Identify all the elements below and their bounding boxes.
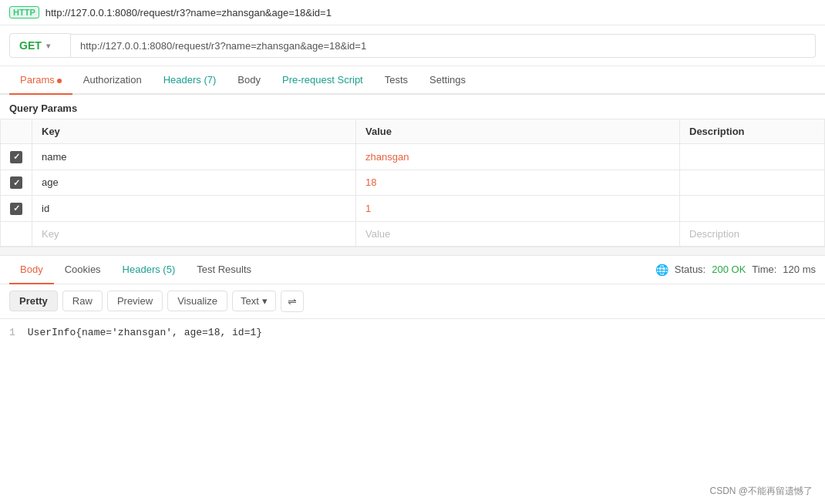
placeholder-checkbox-cell xyxy=(1,221,32,246)
method-chevron-icon: ▾ xyxy=(46,42,50,50)
row2-checkbox[interactable] xyxy=(10,176,22,189)
format-select-chevron-icon: ▾ xyxy=(262,295,268,307)
code-output: UserInfo{name='zhansgan', age=18, id=1} xyxy=(28,327,262,338)
status-area: 🌐 Status: 200 OK Time: 120 ms xyxy=(655,264,816,276)
line-number: 1 xyxy=(9,327,15,338)
query-params-title: Query Params xyxy=(0,95,825,119)
table-row: id 1 xyxy=(1,196,825,222)
bottom-tab-testresults[interactable]: Test Results xyxy=(186,256,262,284)
table-row: name zhansgan xyxy=(1,144,825,170)
row1-value: zhansgan xyxy=(356,144,680,170)
bottom-tabs-bar: Body Cookies Headers (5) Test Results 🌐 … xyxy=(0,256,825,284)
status-label: Status: xyxy=(675,264,705,275)
row2-key: age xyxy=(32,170,356,196)
tab-body[interactable]: Body xyxy=(227,66,271,95)
globe-icon: 🌐 xyxy=(655,264,668,276)
tab-params[interactable]: Params xyxy=(9,66,72,95)
preview-button[interactable]: Preview xyxy=(107,291,163,311)
row3-checkbox[interactable] xyxy=(10,203,22,215)
tab-settings[interactable]: Settings xyxy=(419,66,476,95)
bottom-tabs-left: Body Cookies Headers (5) Test Results xyxy=(9,256,262,284)
row1-key: name xyxy=(32,144,356,170)
row2-description xyxy=(680,170,825,196)
request-bar: GET ▾ xyxy=(0,25,825,66)
params-dot xyxy=(57,79,62,83)
tab-prerequest-label: Pre-request Script xyxy=(282,74,363,86)
bottom-tab-body-label: Body xyxy=(20,264,43,275)
col-checkbox xyxy=(1,119,32,144)
col-value: Value xyxy=(356,119,680,144)
row2-value: 18 xyxy=(356,170,680,196)
http-badge: HTTP xyxy=(9,6,39,18)
bottom-tab-cookies-label: Cookies xyxy=(65,264,101,275)
bottom-tab-testresults-label: Test Results xyxy=(197,264,251,275)
row3-description xyxy=(680,196,825,222)
bottom-tab-cookies[interactable]: Cookies xyxy=(54,256,112,284)
tab-headers[interactable]: Headers (7) xyxy=(153,66,227,95)
row3-checkbox-cell[interactable] xyxy=(1,196,32,222)
top-url-bar: HTTP http://127.0.0.1:8080/request/r3?na… xyxy=(0,0,825,25)
bottom-tab-body[interactable]: Body xyxy=(9,256,54,284)
placeholder-value[interactable]: Value xyxy=(356,221,680,246)
url-input[interactable] xyxy=(71,34,816,58)
col-key: Key xyxy=(32,119,356,144)
col-description: Description xyxy=(680,119,825,144)
wrap-button[interactable]: ⇌ xyxy=(281,291,304,312)
tab-headers-label: Headers (7) xyxy=(163,74,217,86)
placeholder-description[interactable]: Description xyxy=(680,221,825,246)
tab-tests[interactable]: Tests xyxy=(374,66,419,95)
tab-authorization[interactable]: Authorization xyxy=(72,66,153,95)
time-label: Time: xyxy=(752,264,776,275)
tabs-bar: Params Authorization Headers (7) Body Pr… xyxy=(0,66,825,95)
tab-settings-label: Settings xyxy=(429,74,466,86)
row3-key: id xyxy=(32,196,356,222)
bottom-tab-headers5-label: Headers (5) xyxy=(123,264,176,275)
code-area: 1UserInfo{name='zhansgan', age=18, id=1} xyxy=(0,319,825,346)
row3-value: 1 xyxy=(356,196,680,222)
method-label: GET xyxy=(19,39,42,52)
status-value: 200 OK xyxy=(712,264,746,275)
row1-checkbox-cell[interactable] xyxy=(1,144,32,170)
table-row: age 18 xyxy=(1,170,825,196)
table-row-placeholder: Key Value Description xyxy=(1,221,825,246)
top-url-text: http://127.0.0.1:8080/request/r3?name=zh… xyxy=(45,7,332,18)
placeholder-key[interactable]: Key xyxy=(32,221,356,246)
watermark: CSDN @不能再留遗憾了 xyxy=(709,485,813,498)
format-select-label: Text xyxy=(241,295,259,307)
method-select[interactable]: GET ▾ xyxy=(9,33,71,58)
row2-checkbox-cell[interactable] xyxy=(1,170,32,196)
format-bar: Pretty Raw Preview Visualize Text ▾ ⇌ xyxy=(0,284,825,319)
tab-prerequest[interactable]: Pre-request Script xyxy=(271,66,374,95)
row1-checkbox[interactable] xyxy=(10,151,22,163)
tab-body-label: Body xyxy=(237,74,261,86)
params-table: Key Value Description name zhansgan age … xyxy=(0,119,825,247)
tab-tests-label: Tests xyxy=(385,74,408,86)
bottom-tab-headers5[interactable]: Headers (5) xyxy=(112,256,187,284)
section-divider xyxy=(0,247,825,256)
tab-params-label: Params xyxy=(20,74,55,86)
row1-description xyxy=(680,144,825,170)
tab-authorization-label: Authorization xyxy=(83,74,142,86)
pretty-button[interactable]: Pretty xyxy=(9,291,58,311)
format-select[interactable]: Text ▾ xyxy=(232,291,276,311)
raw-button[interactable]: Raw xyxy=(62,291,103,311)
time-value: 120 ms xyxy=(783,264,816,275)
visualize-button[interactable]: Visualize xyxy=(167,291,227,311)
